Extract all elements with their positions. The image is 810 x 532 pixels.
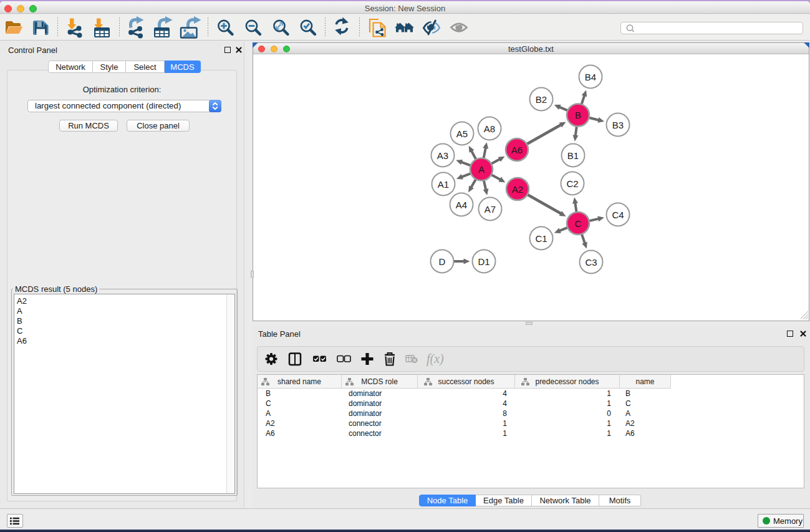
svg-text:A3: A3	[437, 150, 448, 161]
svg-text:C: C	[575, 218, 582, 229]
svg-text:D1: D1	[478, 256, 489, 267]
svg-text:f(x): f(x)	[427, 352, 444, 366]
svg-text:C3: C3	[585, 257, 597, 268]
svg-text:A1: A1	[438, 179, 449, 190]
svg-text:A5: A5	[456, 128, 468, 139]
svg-text:A: A	[478, 164, 485, 175]
svg-text:B: B	[575, 110, 581, 120]
svg-text:A4: A4	[456, 200, 467, 210]
svg-text:C2: C2	[566, 178, 578, 189]
svg-text:A7: A7	[485, 204, 496, 215]
svg-text:B2: B2	[536, 94, 547, 105]
svg-text:B4: B4	[585, 72, 596, 82]
svg-text:D: D	[439, 256, 446, 267]
svg-text:C4: C4	[612, 210, 624, 220]
svg-text:B3: B3	[612, 120, 624, 130]
svg-text:C1: C1	[535, 233, 547, 244]
svg-text:A8: A8	[484, 123, 495, 134]
svg-text:A6: A6	[511, 145, 523, 155]
svg-text:B1: B1	[567, 150, 579, 161]
svg-text:A2: A2	[512, 184, 523, 195]
